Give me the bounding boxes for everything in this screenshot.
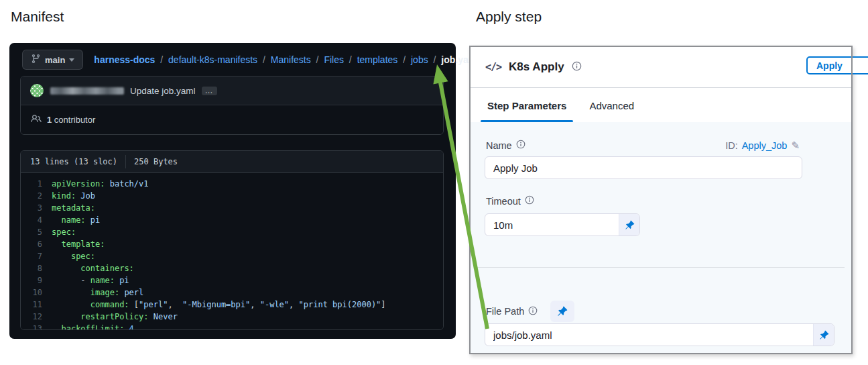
code-line: 2kind: Job — [21, 190, 443, 202]
timeout-input[interactable] — [485, 214, 619, 236]
apply-changes-button[interactable]: Apply — [806, 56, 868, 74]
branch-name: main — [45, 55, 65, 65]
file-path-label-text: File Path — [486, 306, 524, 317]
latest-commit-row: Update job.yaml … — [21, 76, 443, 105]
name-input[interactable] — [485, 156, 802, 179]
line-number[interactable]: 13 — [21, 323, 52, 330]
breadcrumb-separator: / — [428, 54, 442, 65]
step-id-link[interactable]: Apply_Job — [742, 140, 788, 151]
branch-selector-button[interactable]: main — [22, 50, 83, 70]
code-text: spec: — [52, 226, 76, 238]
code-line: 10 image: perl — [21, 286, 443, 299]
breadcrumb-folder-link[interactable]: default-k8s-manifests — [168, 54, 257, 65]
code-text: kind: Job — [52, 190, 95, 202]
code-text: containers: — [52, 262, 134, 274]
code-block: 1apiVersion: batch/v12kind: Job3metadata… — [21, 173, 443, 330]
code-text: restartPolicy: Never — [52, 311, 178, 323]
pushpin-icon[interactable] — [813, 324, 834, 346]
line-number[interactable]: 6 — [21, 238, 52, 250]
info-circle-icon[interactable] — [525, 195, 534, 207]
avatar[interactable] — [30, 84, 44, 97]
line-number[interactable]: 12 — [21, 311, 52, 323]
line-number[interactable]: 8 — [21, 262, 52, 274]
people-icon — [31, 113, 42, 126]
github-file-panel: main harness-docs / default-k8s-manifest… — [9, 43, 456, 339]
code-line: 1apiVersion: batch/v1 — [21, 178, 443, 190]
code-line: 6 template: — [21, 238, 443, 250]
contributor-label: contributor — [54, 115, 95, 125]
contributor-count: 1 — [47, 115, 52, 125]
code-line: 4 name: pi — [21, 214, 443, 226]
step-id-row: ID: Apply_Job ✎ — [725, 140, 800, 152]
line-number[interactable]: 10 — [21, 286, 52, 299]
section-divider — [477, 267, 845, 268]
line-number[interactable]: 5 — [21, 226, 52, 238]
code-text: apiVersion: batch/v1 — [52, 178, 149, 190]
line-number[interactable]: 1 — [21, 178, 52, 190]
timeout-field-label: Timeout — [486, 195, 534, 207]
line-number[interactable]: 4 — [21, 214, 52, 226]
code-text: template: — [52, 238, 105, 250]
file-path-input-group — [485, 323, 834, 346]
code-text: name: pi — [52, 214, 100, 226]
github-toolbar: main harness-docs / default-k8s-manifest… — [22, 50, 446, 70]
step-title: K8s Apply — [509, 60, 564, 74]
breadcrumb-folder-link[interactable]: templates — [357, 54, 398, 65]
step-parameters-content: Name ID: Apply_Job ✎ Timeout File Pat — [471, 122, 851, 353]
git-branch-icon — [31, 54, 41, 66]
code-line: 13 backoffLimit: 4 — [21, 323, 443, 330]
file-blob-card: 13 lines (13 sloc) 250 Bytes 1apiVersion… — [20, 150, 444, 330]
breadcrumb-folder-link[interactable]: Manifests — [271, 54, 311, 65]
commit-more-button[interactable]: … — [202, 87, 217, 95]
pushpin-icon[interactable] — [619, 214, 639, 236]
breadcrumb-folder-link[interactable]: jobs — [411, 54, 428, 65]
pushpin-icon[interactable] — [550, 301, 574, 322]
line-number[interactable]: 9 — [21, 274, 52, 286]
breadcrumb-separator: / — [344, 54, 357, 65]
step-header: </> K8s Apply — [471, 47, 851, 88]
code-text: metadata: — [52, 202, 95, 214]
contributors-row[interactable]: 1 contributor — [21, 105, 443, 134]
code-text: command: ["perl", "-Mbignum=bpi", "-wle"… — [52, 299, 386, 311]
breadcrumb-folder-link[interactable]: Files — [324, 54, 344, 65]
code-line: 3metadata: — [21, 202, 443, 214]
breadcrumb-separator: / — [155, 54, 168, 65]
file-path-input[interactable] — [485, 324, 813, 346]
divider — [125, 155, 126, 168]
line-number[interactable]: 2 — [21, 190, 52, 202]
code-line: 11 command: ["perl", "-Mbignum=bpi", "-w… — [21, 299, 443, 311]
line-number[interactable]: 7 — [21, 250, 52, 262]
name-label-text: Name — [486, 140, 512, 151]
breadcrumb-repo-link[interactable]: harness-docs — [94, 54, 155, 65]
code-line: 9 - name: pi — [21, 274, 443, 286]
commit-message-link[interactable]: Update job.yaml — [130, 86, 196, 96]
line-number[interactable]: 3 — [21, 202, 52, 214]
breadcrumb-separator: / — [257, 54, 271, 65]
id-prefix: ID: — [725, 140, 738, 151]
line-number[interactable]: 11 — [21, 299, 52, 311]
code-text: spec: — [52, 250, 95, 262]
code-line: 5spec: — [21, 226, 443, 238]
code-line: 8 containers: — [21, 262, 443, 274]
code-line: 12 restartPolicy: Never — [21, 311, 443, 323]
info-circle-icon[interactable] — [572, 61, 582, 74]
commit-author-redacted[interactable] — [50, 87, 124, 95]
edit-pencil-icon[interactable]: ✎ — [791, 140, 800, 152]
info-circle-icon[interactable] — [528, 306, 538, 317]
code-text: backoffLimit: 4 — [52, 323, 134, 330]
k8s-apply-step-panel: </> K8s Apply Apply Step ParametersAdvan… — [469, 46, 853, 354]
lines-info: 13 lines (13 sloc) — [30, 157, 117, 166]
chevron-down-icon — [69, 58, 74, 62]
tab-advanced[interactable]: Advanced — [589, 100, 634, 111]
timeout-input-group — [485, 213, 640, 236]
step-tabs: Step ParametersAdvanced — [471, 89, 850, 122]
code-step-icon: </> — [485, 61, 501, 73]
name-field-label: Name — [486, 140, 525, 151]
code-text: - name: pi — [52, 274, 129, 286]
breadcrumb: harness-docs / default-k8s-manifests / M… — [94, 54, 479, 65]
timeout-label-text: Timeout — [486, 196, 521, 207]
code-line: 7 spec: — [21, 250, 443, 262]
code-text: image: perl — [52, 286, 143, 299]
info-circle-icon[interactable] — [516, 140, 525, 151]
tab-step-parameters[interactable]: Step Parameters — [487, 100, 566, 111]
